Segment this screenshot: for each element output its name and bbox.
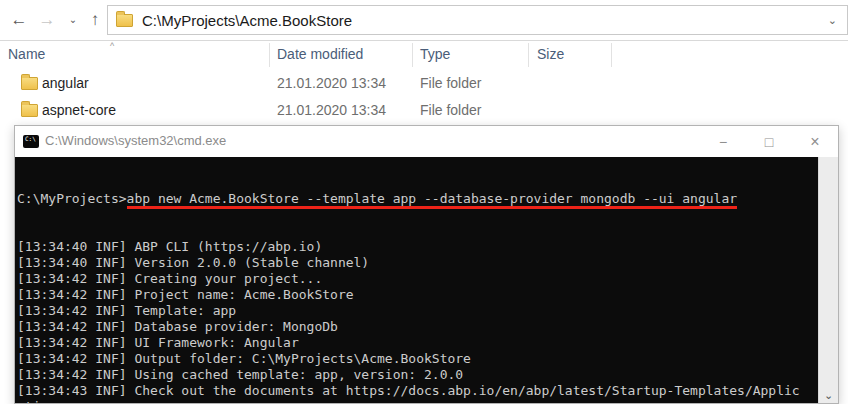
address-path[interactable]: C:\MyProjects\Acme.BookStore <box>142 12 352 29</box>
column-divider[interactable] <box>611 43 612 67</box>
back-icon[interactable]: ← <box>6 6 32 34</box>
cmd-titlebar[interactable]: C:\ C:\Windows\system32\cmd.exe − □ × <box>15 126 838 157</box>
console-line: [13:34:40 INF] ABP CLI (https://abp.io) <box>17 239 818 255</box>
column-header-row: ^ Name Date modified Type Size <box>0 41 848 68</box>
address-bar[interactable]: C:\MyProjects\Acme.BookStore ⌄ <box>107 5 848 35</box>
folder-icon <box>21 77 38 90</box>
explorer-navbar: ← → ⌄ ↑ C:\MyProjects\Acme.BookStore ⌄ <box>0 0 848 41</box>
window-controls: − □ × <box>700 126 838 157</box>
file-name[interactable]: angular <box>42 75 89 91</box>
file-name[interactable]: aspnet-core <box>42 102 116 118</box>
console-line: [13:34:43 INF] Check out the documents a… <box>17 383 818 399</box>
scrollbar-down-icon[interactable]: ⌄ <box>819 389 838 402</box>
address-dropdown-chevron-icon[interactable]: ⌄ <box>828 14 837 27</box>
minimize-button[interactable]: − <box>700 126 746 157</box>
console-line: [13:34:42 INF] Creating your project... <box>17 271 818 287</box>
console-line: [13:34:42 INF] Database provider: MongoD… <box>17 319 818 335</box>
column-header-date-modified[interactable]: Date modified <box>277 46 363 62</box>
cmd-window: C:\ C:\Windows\system32\cmd.exe − □ × C:… <box>14 125 839 404</box>
folder-icon <box>21 104 38 117</box>
file-row-angular[interactable]: angular 21.01.2020 13:34 File folder <box>0 70 620 97</box>
maximize-button[interactable]: □ <box>746 126 792 157</box>
sort-ascending-icon: ^ <box>110 41 114 51</box>
console-line: [13:34:42 INF] Project name: Acme.BookSt… <box>17 287 818 303</box>
forward-icon[interactable]: → <box>34 6 60 34</box>
cmd-window-title: C:\Windows\system32\cmd.exe <box>45 133 226 148</box>
console-command-underlined: abp new Acme.BookStore --template app --… <box>127 191 737 206</box>
console-output: [13:34:40 INF] ABP CLI (https://abp.io)[… <box>17 239 818 403</box>
console-line: [13:34:40 INF] Version 2.0.0 (Stable cha… <box>17 255 818 271</box>
file-row-aspnet-core[interactable]: aspnet-core 21.01.2020 13:34 File folder <box>0 97 620 124</box>
column-header-size[interactable]: Size <box>537 46 564 62</box>
console-command-line: C:\MyProjects>abp new Acme.BookStore --t… <box>17 191 818 207</box>
folder-icon <box>116 14 133 27</box>
column-header-type[interactable]: Type <box>420 46 450 62</box>
console-line: [13:34:42 INF] Template: app <box>17 303 818 319</box>
column-header-name[interactable]: Name <box>8 46 45 62</box>
file-date-modified: 21.01.2020 13:34 <box>277 75 386 91</box>
console-scrollbar[interactable]: ⌄ <box>818 157 838 403</box>
file-type: File folder <box>420 75 481 91</box>
column-divider[interactable] <box>412 43 413 67</box>
file-date-modified: 21.01.2020 13:34 <box>277 102 386 118</box>
console-line: [13:34:42 INF] Output folder: C:\MyProje… <box>17 351 818 367</box>
console-line: [13:34:42 INF] Using cached template: ap… <box>17 367 818 383</box>
console-output-area: C:\MyProjects>abp new Acme.BookStore --t… <box>15 157 818 403</box>
cmd-icon: C:\ <box>23 135 39 148</box>
column-divider[interactable] <box>269 43 270 67</box>
console-prompt: C:\MyProjects> <box>17 191 127 206</box>
console-line: ation <box>17 399 818 403</box>
close-button[interactable]: × <box>792 126 838 157</box>
column-divider[interactable] <box>528 43 529 67</box>
file-type: File folder <box>420 102 481 118</box>
console-line: [13:34:42 INF] UI Framework: Angular <box>17 335 818 351</box>
up-icon[interactable]: ↑ <box>82 6 108 34</box>
